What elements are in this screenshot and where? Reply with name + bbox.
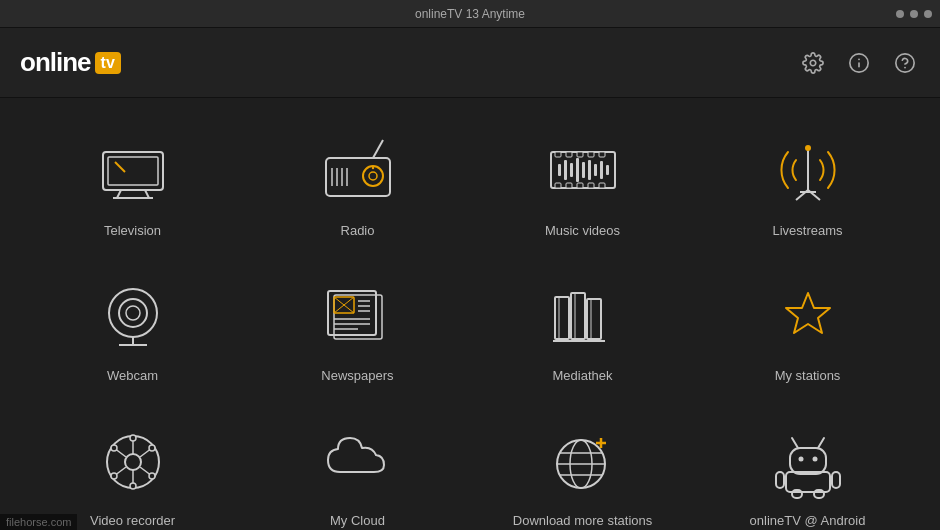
livestreams-icon [705,124,910,215]
android-icon [705,414,910,505]
radio-icon [255,124,460,215]
music-videos-item[interactable]: Music videos [470,108,695,253]
mediathek-icon [480,269,685,360]
music-videos-label: Music videos [545,223,620,239]
info-icon[interactable] [844,48,874,78]
svg-point-78 [130,435,136,441]
mediathek-label: Mediathek [553,368,613,384]
grid-row-2: Webcam [0,253,940,398]
webcam-icon [30,269,235,360]
android-item[interactable]: onlineTV @ Android [695,398,920,530]
svg-point-83 [111,445,117,451]
svg-rect-40 [606,165,609,175]
svg-point-46 [109,289,157,337]
title-bar: onlineTV 13 Anytime [0,0,940,28]
my-cloud-item[interactable]: My Cloud [245,398,470,530]
svg-rect-35 [576,158,579,182]
window-title: onlineTV 13 Anytime [415,7,525,21]
close-btn[interactable] [924,10,932,18]
newspapers-icon [255,269,460,360]
svg-rect-97 [776,472,784,488]
svg-point-20 [371,167,373,169]
svg-line-10 [145,190,149,198]
svg-point-81 [130,483,136,489]
svg-point-19 [369,172,377,180]
download-more-label: Download more stations [513,513,652,529]
svg-line-94 [792,438,798,448]
minimize-btn[interactable] [896,10,904,18]
svg-point-79 [149,445,155,451]
radio-label: Radio [341,223,375,239]
svg-rect-26 [599,152,605,157]
svg-rect-38 [594,164,597,176]
video-recorder-label: Video recorder [90,513,175,529]
top-icons [798,48,920,78]
help-icon[interactable] [890,48,920,78]
my-cloud-icon [255,414,460,505]
music-videos-icon [480,124,685,215]
radio-item[interactable]: Radio [245,108,470,253]
svg-rect-39 [600,161,603,179]
svg-line-9 [117,190,121,198]
download-more-item[interactable]: Download more stations [470,398,695,530]
grid-row-3: Video recorder My Cloud [0,398,940,530]
logo-tv-badge: tv [95,52,121,74]
webcam-label: Webcam [107,368,158,384]
svg-rect-22 [555,152,561,157]
svg-point-92 [798,456,803,461]
television-item[interactable]: Television [20,108,245,253]
svg-rect-23 [566,152,572,157]
my-stations-label: My stations [775,368,841,384]
svg-point-93 [812,456,817,461]
svg-rect-34 [570,163,573,177]
svg-line-8 [115,162,125,172]
newspapers-item[interactable]: Newspapers [245,253,470,398]
webcam-item[interactable]: Webcam [20,253,245,398]
svg-rect-91 [790,448,826,474]
livestreams-item[interactable]: Livestreams [695,108,920,253]
svg-point-82 [111,473,117,479]
video-recorder-item[interactable]: Video recorder [20,398,245,530]
svg-point-45 [805,145,811,151]
svg-point-47 [119,299,147,327]
svg-point-48 [126,306,140,320]
livestreams-label: Livestreams [772,223,842,239]
my-stations-icon [705,269,910,360]
android-label: onlineTV @ Android [750,513,866,529]
logo-online-text: online [20,47,91,78]
svg-rect-28 [566,183,572,188]
svg-rect-62 [555,297,569,339]
television-label: Television [104,223,161,239]
svg-rect-29 [577,183,583,188]
svg-rect-31 [599,183,605,188]
watermark: filehorse.com [0,514,77,530]
window-controls [896,10,932,18]
svg-line-95 [818,438,824,448]
settings-icon[interactable] [798,48,828,78]
svg-rect-64 [571,293,585,339]
logo: online tv [20,47,121,78]
television-icon [30,124,235,215]
maximize-btn[interactable] [910,10,918,18]
svg-rect-33 [564,160,567,180]
svg-rect-12 [326,158,390,196]
mediathek-item[interactable]: Mediathek [470,253,695,398]
svg-rect-32 [558,164,561,176]
top-bar: online tv [0,28,940,98]
svg-rect-36 [582,162,585,178]
main-content: Television [0,98,940,530]
svg-rect-66 [587,299,601,339]
download-more-icon [480,414,685,505]
svg-marker-69 [786,293,830,333]
svg-point-0 [810,60,816,66]
svg-point-80 [149,473,155,479]
my-stations-item[interactable]: My stations [695,253,920,398]
my-cloud-label: My Cloud [330,513,385,529]
svg-rect-37 [588,160,591,180]
svg-rect-98 [832,472,840,488]
svg-rect-24 [577,152,583,157]
svg-rect-27 [555,183,561,188]
svg-rect-25 [588,152,594,157]
svg-point-71 [125,454,141,470]
svg-line-17 [373,140,383,158]
